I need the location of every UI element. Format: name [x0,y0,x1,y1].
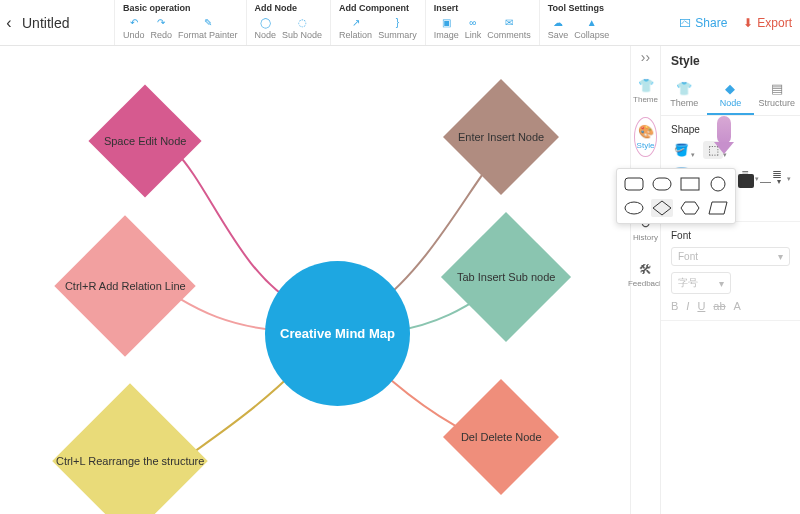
tab-theme[interactable]: 👕Theme [661,76,707,115]
collapse-panel-button[interactable]: ›› [631,46,660,68]
font-format-row: B I U ab A [671,300,790,312]
font-size-select[interactable]: 字号▾ [671,272,731,294]
shape-rect[interactable] [679,175,701,193]
save-button[interactable]: ☁Save [548,15,569,40]
node-del[interactable]: Del Delete Node [443,379,559,495]
format-painter-button[interactable]: ✎Format Painter [178,15,238,40]
collapse-button[interactable]: ▲Collapse [574,15,609,40]
insert-image-button[interactable]: ▣Image [434,15,459,40]
node-icon: ◯ [258,15,272,29]
redo-icon: ↷ [154,15,168,29]
shirt-icon: 👕 [638,78,654,93]
font-section: Font Font▾ 字号▾ B I U ab A [661,222,800,321]
node-enter[interactable]: Enter Insert Node [443,79,559,195]
shape-popover [616,168,736,224]
toolbar-group-basic: Basic operation ↶Undo ↷Redo ✎Format Pain… [114,0,246,45]
svg-marker-6 [681,202,699,214]
relation-icon: ↗ [349,15,363,29]
comments-icon: ✉ [502,15,516,29]
node-ctrl-l[interactable]: Ctrl+L Rearrange the structure [52,383,208,514]
relation-button[interactable]: ↗Relation [339,15,372,40]
shape-circle[interactable] [707,175,729,193]
tab-node[interactable]: ◆Node [707,76,753,115]
bucket-icon: 🪣 [674,143,689,157]
node-tab-icon: ◆ [725,81,735,96]
svg-rect-1 [653,178,671,190]
toolbar-group-tools: Tool Settings ☁Save ▲Collapse [539,0,618,45]
summary-icon: } [390,15,404,29]
svg-rect-2 [681,178,699,190]
svg-marker-5 [653,201,671,215]
node-space-edit[interactable]: Space Edit Node [88,84,201,197]
font-family-select[interactable]: Font▾ [671,247,790,266]
svg-marker-7 [709,202,727,214]
add-subnode-button[interactable]: ◌Sub Node [282,15,322,40]
share-icon: ⮹ [679,16,691,30]
callout-arrow [714,116,734,156]
node-ctrl-r[interactable]: Ctrl+R Add Relation Line [54,215,195,356]
shirt-icon: 👕 [676,81,692,96]
chevron-down-icon: ▾ [778,251,783,262]
document-title[interactable]: Untitled [18,0,114,45]
summary-button[interactable]: }Summary [378,15,417,40]
panel-title: Style [661,46,800,76]
sidenav-feedback[interactable]: 🛠Feedback [631,252,660,298]
brush-icon: ✎ [201,15,215,29]
shape-diamond[interactable] [651,199,673,217]
insert-link-button[interactable]: ∞Link [465,15,482,40]
top-toolbar: ‹ Untitled Basic operation ↶Undo ↷Redo ✎… [0,0,800,46]
svg-rect-0 [625,178,643,190]
insert-comments-button[interactable]: ✉Comments [487,15,531,40]
structure-icon: ▤ [771,81,783,96]
palette-icon: 🎨 [638,124,654,139]
mindmap-canvas[interactable]: Creative Mind Map Space Edit Node Ctrl+R… [0,46,630,514]
toolbar-group-component: Add Component ↗Relation }Summary [330,0,425,45]
collapse-icon: ▲ [585,15,599,29]
shape-parallelogram[interactable] [707,199,729,217]
width-indicator: —▾ [738,174,781,188]
toolbar-group-addnode: Add Node ◯Node ◌Sub Node [246,0,331,45]
chevron-down-icon: ▾ [719,278,724,289]
back-button[interactable]: ‹ [0,0,18,45]
shape-hexagon[interactable] [679,199,701,217]
undo-icon: ↶ [127,15,141,29]
export-icon: ⬇ [743,16,753,30]
share-button[interactable]: ⮹Share [671,0,735,45]
undo-button[interactable]: ↶Undo [123,15,145,40]
image-icon: ▣ [439,15,453,29]
svg-point-3 [711,177,725,191]
export-button[interactable]: ⬇Export [735,0,800,45]
cloud-icon: ☁ [551,15,565,29]
font-color-button[interactable]: A [734,300,741,312]
link-icon: ∞ [466,15,480,29]
svg-point-4 [625,202,643,214]
redo-button[interactable]: ↷Redo [151,15,173,40]
sidenav-style[interactable]: 🎨Style [631,114,660,160]
strike-button[interactable]: ab [713,300,725,312]
shape-pill[interactable] [651,175,673,193]
shape-ellipse[interactable] [623,199,645,217]
underline-button[interactable]: U [697,300,705,312]
toolbar-group-insert: Insert ▣Image ∞Link ✉Comments [425,0,539,45]
subnode-icon: ◌ [295,15,309,29]
panel-tabs: 👕Theme ◆Node ▤Structure [661,76,800,116]
add-node-button[interactable]: ◯Node [255,15,277,40]
italic-button[interactable]: I [686,300,689,312]
tab-structure[interactable]: ▤Structure [754,76,800,115]
bold-button[interactable]: B [671,300,678,312]
central-node[interactable]: Creative Mind Map [265,261,410,406]
side-nav: ›› 👕Theme 🎨Style ☺Icon ↻History 🛠Feedbac… [630,46,660,514]
node-tab[interactable]: Tab Insert Sub node [441,212,571,342]
wrench-icon: 🛠 [639,262,652,277]
sidenav-theme[interactable]: 👕Theme [631,68,660,114]
shape-roundrect[interactable] [623,175,645,193]
fill-color-button[interactable]: 🪣▾ [671,141,691,159]
